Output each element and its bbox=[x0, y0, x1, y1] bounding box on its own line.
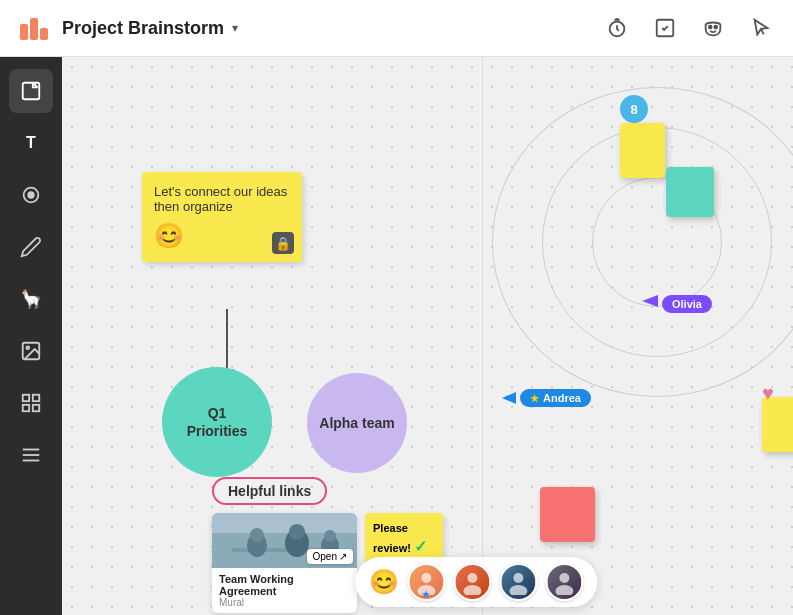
arrow-line bbox=[226, 309, 228, 369]
olivia-cursor: Olivia bbox=[662, 295, 712, 313]
svg-point-12 bbox=[26, 346, 29, 349]
svg-rect-16 bbox=[33, 405, 39, 411]
svg-point-33 bbox=[513, 573, 523, 583]
header-title: Project Brainstorm bbox=[62, 18, 224, 39]
sidebar-item-sticky[interactable] bbox=[9, 69, 53, 113]
bottom-bar: 😊 ★ bbox=[355, 557, 597, 607]
cursor-icon[interactable] bbox=[745, 12, 777, 44]
header-dropdown-icon[interactable]: ▾ bbox=[232, 21, 238, 35]
link-card-source: Mural bbox=[219, 597, 350, 608]
svg-rect-3 bbox=[40, 28, 48, 40]
olivia-label: Olivia bbox=[662, 295, 712, 313]
canvas[interactable]: Let's connect our ideas then organize 😊 … bbox=[62, 57, 793, 615]
q1-priorities-bubble[interactable]: Q1Priorities bbox=[162, 367, 272, 477]
svg-rect-8 bbox=[23, 83, 40, 100]
svg-point-29 bbox=[421, 573, 431, 583]
svg-point-28 bbox=[324, 530, 336, 542]
checkbox-icon[interactable] bbox=[649, 12, 681, 44]
svg-point-34 bbox=[509, 585, 527, 595]
heart-icon: ♥ bbox=[762, 382, 774, 405]
sidebar-item-menu[interactable] bbox=[9, 433, 53, 477]
helpful-links-label: Helpful links bbox=[212, 477, 327, 505]
svg-point-36 bbox=[555, 585, 573, 595]
sticky-note-emoji: 😊 bbox=[154, 222, 290, 250]
open-button[interactable]: Open ↗ bbox=[307, 549, 353, 564]
avatar-2[interactable] bbox=[453, 563, 491, 601]
svg-point-6 bbox=[709, 26, 712, 29]
emoji-button[interactable]: 😊 bbox=[369, 568, 399, 596]
link-card-body: Team Working Agreement Mural bbox=[212, 568, 357, 613]
sidebar-item-animal[interactable]: 🦙 bbox=[9, 277, 53, 321]
right-sticky-teal[interactable] bbox=[666, 167, 714, 217]
number-badge: 8 bbox=[620, 95, 648, 123]
avatar-3[interactable] bbox=[499, 563, 537, 601]
svg-rect-15 bbox=[23, 405, 29, 411]
main-sticky-note[interactable]: Let's connect our ideas then organize 😊 … bbox=[142, 172, 302, 262]
avatar-star: ★ bbox=[421, 588, 431, 601]
sidebar-item-image[interactable] bbox=[9, 329, 53, 373]
svg-rect-2 bbox=[30, 18, 38, 40]
link-card-title: Team Working Agreement bbox=[219, 573, 350, 597]
header-right-icons bbox=[601, 12, 777, 44]
svg-point-7 bbox=[714, 26, 717, 29]
sticky-note-text: Let's connect our ideas then organize bbox=[154, 184, 290, 214]
sidebar-item-text[interactable]: T bbox=[9, 121, 53, 165]
svg-rect-13 bbox=[23, 395, 29, 401]
svg-point-10 bbox=[28, 192, 34, 198]
sidebar: T 🦙 bbox=[0, 57, 62, 615]
link-card-image: Open ↗ bbox=[212, 513, 357, 568]
svg-point-35 bbox=[559, 573, 569, 583]
right-sticky-red[interactable] bbox=[540, 487, 595, 542]
right-sticky-yellow[interactable] bbox=[620, 123, 665, 178]
svg-rect-14 bbox=[33, 395, 39, 401]
avatar-1[interactable]: ★ bbox=[407, 563, 445, 601]
panel-divider bbox=[482, 57, 483, 615]
svg-rect-1 bbox=[20, 24, 28, 40]
svg-point-31 bbox=[467, 573, 477, 583]
right-sticky-yellow-bottom[interactable] bbox=[762, 397, 793, 452]
sidebar-item-grid[interactable] bbox=[9, 381, 53, 425]
svg-point-32 bbox=[463, 585, 481, 595]
avatar-4[interactable] bbox=[545, 563, 583, 601]
mask-icon[interactable] bbox=[697, 12, 729, 44]
andrea-label: ★ Andrea bbox=[520, 389, 591, 407]
main-area: T 🦙 Let's connect our ideas then organiz… bbox=[0, 57, 793, 615]
svg-point-26 bbox=[289, 524, 305, 540]
link-card[interactable]: Open ↗ Team Working Agreement Mural bbox=[212, 513, 357, 613]
sidebar-item-pen[interactable] bbox=[9, 225, 53, 269]
alpha-team-bubble[interactable]: Alpha team bbox=[307, 373, 407, 473]
lock-icon: 🔒 bbox=[272, 232, 294, 254]
review-checkmark: ✓ bbox=[414, 538, 427, 555]
app-logo bbox=[16, 10, 52, 46]
review-text: Please review! bbox=[373, 522, 411, 554]
timer-icon[interactable] bbox=[601, 12, 633, 44]
q1-label: Q1Priorities bbox=[187, 404, 248, 440]
alpha-team-label: Alpha team bbox=[319, 414, 394, 432]
sidebar-item-shape[interactable] bbox=[9, 173, 53, 217]
andrea-cursor: ★ Andrea bbox=[502, 389, 591, 407]
header: Project Brainstorm ▾ bbox=[0, 0, 793, 57]
svg-point-24 bbox=[250, 528, 264, 542]
